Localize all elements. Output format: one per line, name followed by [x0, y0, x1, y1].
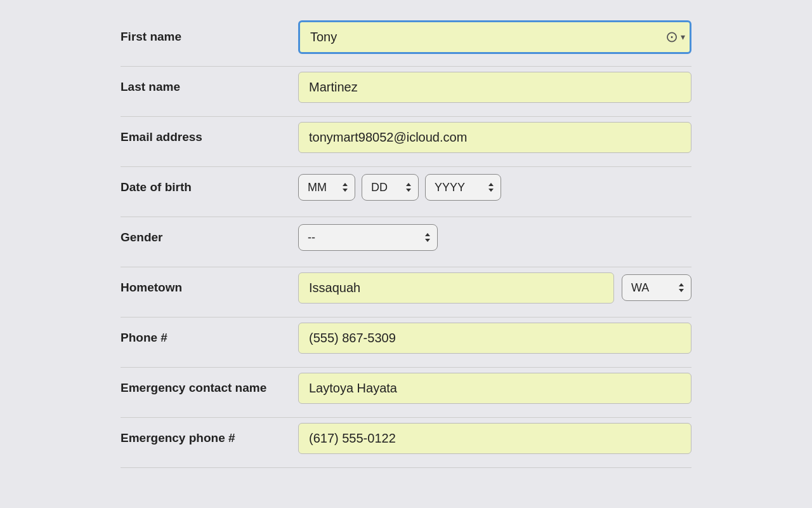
- divider-7: [121, 367, 691, 368]
- dob-field: MM 010203 040506 070809 101112 DD 010203…: [298, 174, 691, 201]
- email-row: Email address: [121, 119, 691, 155]
- hometown-inputs: WA ALAKAZ CACOCT FLGAHI IDILIN ORTXNY: [298, 272, 691, 304]
- hometown-input[interactable]: [298, 272, 614, 304]
- hometown-row: Hometown WA ALAKAZ CACOCT FLGAHI IDILIN …: [121, 270, 691, 305]
- dob-label: Date of birth: [121, 180, 298, 194]
- divider-2: [121, 116, 691, 117]
- email-field: [298, 122, 691, 153]
- phone-row: Phone #: [121, 320, 691, 356]
- last-name-label: Last name: [121, 80, 298, 94]
- divider-6: [121, 317, 691, 318]
- dob-selects: MM 010203 040506 070809 101112 DD 010203…: [298, 174, 691, 201]
- emergency-name-row: Emergency contact name: [121, 370, 691, 406]
- gender-row: Gender -- Male Female Non-binary Prefer …: [121, 220, 691, 255]
- first-name-wrapper: ⊙ ▾: [298, 20, 691, 54]
- gender-field: -- Male Female Non-binary Prefer not to …: [298, 224, 691, 251]
- divider-8: [121, 417, 691, 418]
- emergency-name-input[interactable]: [298, 373, 691, 404]
- last-name-field: [298, 72, 691, 103]
- emergency-name-field: [298, 373, 691, 404]
- gender-select[interactable]: -- Male Female Non-binary Prefer not to …: [298, 224, 438, 251]
- email-input[interactable]: [298, 122, 691, 153]
- first-name-field: ⊙ ▾: [298, 20, 691, 54]
- emergency-phone-field: [298, 423, 691, 454]
- gender-label: Gender: [121, 231, 298, 244]
- divider-9: [121, 467, 691, 468]
- emergency-phone-input[interactable]: [298, 423, 691, 454]
- dob-day-select[interactable]: DD 010203 040506 070809 101112 131415 16…: [362, 174, 419, 201]
- avatar-button[interactable]: ⊙ ▾: [665, 28, 685, 46]
- phone-label: Phone #: [121, 331, 298, 345]
- phone-input[interactable]: [298, 323, 691, 354]
- divider-4: [121, 217, 691, 217]
- first-name-row: First name ⊙ ▾: [121, 19, 691, 55]
- emergency-phone-label: Emergency phone #: [121, 431, 298, 445]
- chevron-down-icon: ▾: [681, 32, 685, 42]
- dob-year-select[interactable]: YYYY 200019991998 199019801970: [425, 174, 501, 201]
- divider-3: [121, 166, 691, 167]
- phone-field: [298, 323, 691, 354]
- last-name-input[interactable]: [298, 72, 691, 103]
- profile-form: First name ⊙ ▾ Last name Email address D…: [121, 19, 691, 468]
- email-label: Email address: [121, 130, 298, 144]
- dob-row: Date of birth MM 010203 040506 070809 10…: [121, 170, 691, 205]
- emergency-name-label: Emergency contact name: [121, 381, 298, 395]
- emergency-phone-row: Emergency phone #: [121, 420, 691, 456]
- first-name-input[interactable]: [298, 20, 691, 54]
- state-select[interactable]: WA ALAKAZ CACOCT FLGAHI IDILIN ORTXNY: [622, 274, 691, 301]
- divider-1: [121, 66, 691, 67]
- divider-5: [121, 267, 691, 267]
- dob-month-select[interactable]: MM 010203 040506 070809 101112: [298, 174, 355, 201]
- first-name-label: First name: [121, 30, 298, 44]
- hometown-field: WA ALAKAZ CACOCT FLGAHI IDILIN ORTXNY: [298, 272, 691, 304]
- hometown-label: Hometown: [121, 281, 298, 295]
- avatar-circle-icon: ⊙: [665, 28, 678, 46]
- last-name-row: Last name: [121, 69, 691, 105]
